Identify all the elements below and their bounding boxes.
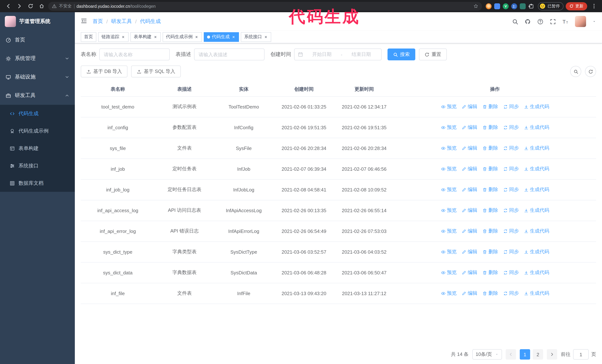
close-icon[interactable]: × (194, 34, 199, 40)
search-icon[interactable] (512, 18, 518, 25)
close-icon[interactable]: × (264, 34, 268, 40)
tab-tracing[interactable]: 链路追踪× (98, 32, 129, 42)
extensions-puzzle-icon[interactable] (528, 3, 534, 9)
row-action-sync[interactable]: 同步 (503, 166, 519, 172)
address-bar[interactable]: 不安全 dashboard.yudao.iocoder.cn/tool/code… (48, 2, 482, 10)
sidebar-item-api[interactable]: 系统接口 (0, 157, 75, 174)
sidebar-item-codegen-example[interactable]: 代码生成示例 (0, 122, 75, 140)
tab-form-builder[interactable]: 表单构建× (130, 32, 161, 42)
tab-api[interactable]: 系统接口× (241, 32, 271, 42)
breadcrumb-item[interactable]: 研发工具 (111, 18, 132, 25)
create-time-range-picker[interactable]: 开始日期 - 结束日期 (294, 49, 382, 60)
breadcrumb-item[interactable]: 首页 (93, 18, 103, 25)
help-icon[interactable] (537, 18, 543, 25)
row-action-generate[interactable]: 生成代码 (524, 228, 549, 234)
breadcrumb-item[interactable]: 代码生成 (140, 18, 161, 25)
row-action-preview[interactable]: 预览 (441, 269, 457, 276)
extension-icon-2[interactable] (494, 3, 500, 9)
github-icon[interactable] (525, 18, 531, 25)
refresh-table-button[interactable] (585, 66, 596, 77)
row-action-preview[interactable]: 预览 (441, 124, 457, 131)
row-action-generate[interactable]: 生成代码 (524, 103, 549, 110)
row-action-delete[interactable]: 删除 (482, 269, 498, 276)
logo[interactable]: 芋道管理系统 (0, 12, 75, 31)
close-icon[interactable]: × (232, 34, 236, 40)
row-action-preview[interactable]: 预览 (441, 186, 457, 193)
row-action-edit[interactable]: 编辑 (462, 186, 477, 193)
row-action-delete[interactable]: 删除 (482, 207, 498, 214)
sidebar-toggle-icon[interactable] (81, 18, 87, 25)
extension-icon-4[interactable] (511, 3, 517, 9)
prev-page-button[interactable] (506, 349, 516, 360)
row-action-sync[interactable]: 同步 (503, 228, 519, 234)
row-action-generate[interactable]: 生成代码 (524, 145, 549, 151)
extension-icon-3[interactable]: V (503, 3, 509, 9)
home-button[interactable] (37, 2, 46, 10)
row-action-edit[interactable]: 编辑 (462, 228, 477, 234)
import-sql-button[interactable]: 基于 SQL 导入 (131, 65, 181, 77)
row-action-delete[interactable]: 删除 (482, 166, 498, 172)
table-desc-input[interactable] (194, 49, 265, 60)
row-action-preview[interactable]: 预览 (441, 249, 457, 255)
goto-page-input[interactable] (573, 349, 589, 360)
row-action-sync[interactable]: 同步 (503, 145, 519, 151)
close-icon[interactable]: × (153, 34, 157, 40)
row-action-edit[interactable]: 编辑 (462, 290, 477, 297)
table-name-input[interactable] (99, 49, 170, 60)
bookmark-star-icon[interactable] (473, 4, 478, 9)
sidebar-item-system[interactable]: 系统管理 (0, 49, 75, 68)
sidebar-item-db-doc[interactable]: 数据库文档 (0, 174, 75, 192)
caret-down-icon[interactable] (592, 20, 596, 23)
sidebar-item-form-builder[interactable]: 表单构建 (0, 140, 75, 157)
tab-codegen-example[interactable]: 代码生成示例× (163, 32, 202, 42)
row-action-edit[interactable]: 编辑 (462, 103, 477, 110)
search-button[interactable]: 搜索 (387, 49, 415, 60)
close-icon[interactable]: × (121, 34, 125, 40)
row-action-edit[interactable]: 编辑 (462, 166, 477, 172)
page-size-select[interactable]: 10条/页 (472, 349, 502, 360)
fullscreen-icon[interactable] (550, 18, 556, 25)
row-action-delete[interactable]: 删除 (482, 186, 498, 193)
paused-profile-chip[interactable]: 已暂停 (538, 2, 563, 10)
font-size-icon[interactable]: TT (562, 18, 569, 25)
sidebar-item-codegen[interactable]: 代码生成 (0, 105, 75, 122)
row-action-edit[interactable]: 编辑 (462, 269, 477, 276)
import-db-button[interactable]: 基于 DB 导入 (81, 65, 128, 77)
row-action-edit[interactable]: 编辑 (462, 249, 477, 255)
row-action-edit[interactable]: 编辑 (462, 207, 477, 214)
user-avatar[interactable] (575, 16, 586, 27)
back-button[interactable] (4, 2, 13, 10)
row-action-sync[interactable]: 同步 (503, 186, 519, 193)
row-action-sync[interactable]: 同步 (503, 249, 519, 255)
row-action-sync[interactable]: 同步 (503, 103, 519, 110)
next-page-button[interactable] (547, 349, 557, 360)
row-action-generate[interactable]: 生成代码 (524, 166, 549, 172)
reset-button[interactable]: 重置 (419, 49, 447, 60)
tab-home[interactable]: 首页 (81, 32, 96, 42)
row-action-generate[interactable]: 生成代码 (524, 249, 549, 255)
row-action-sync[interactable]: 同步 (503, 290, 519, 297)
row-action-preview[interactable]: 预览 (441, 166, 457, 172)
sidebar-item-home[interactable]: 首页 (0, 31, 75, 49)
sidebar-item-devtools[interactable]: 研发工具 (0, 86, 75, 105)
row-action-generate[interactable]: 生成代码 (524, 124, 549, 131)
row-action-preview[interactable]: 预览 (441, 207, 457, 214)
row-action-edit[interactable]: 编辑 (462, 124, 477, 131)
browser-menu-icon[interactable] (589, 2, 598, 10)
row-action-generate[interactable]: 生成代码 (524, 186, 549, 193)
page-button-1[interactable]: 1 (520, 349, 530, 360)
row-action-sync[interactable]: 同步 (503, 124, 519, 131)
row-action-delete[interactable]: 删除 (482, 124, 498, 131)
page-button-2[interactable]: 2 (533, 349, 543, 360)
row-action-generate[interactable]: 生成代码 (524, 207, 549, 214)
row-action-preview[interactable]: 预览 (441, 228, 457, 234)
row-action-generate[interactable]: 生成代码 (524, 269, 549, 276)
row-action-preview[interactable]: 预览 (441, 103, 457, 110)
row-action-delete[interactable]: 删除 (482, 249, 498, 255)
row-action-delete[interactable]: 删除 (482, 145, 498, 151)
row-action-preview[interactable]: 预览 (441, 290, 457, 297)
row-action-generate[interactable]: 生成代码 (524, 290, 549, 297)
extension-icon-5[interactable] (520, 3, 526, 9)
toggle-search-button[interactable] (570, 66, 581, 77)
sidebar-item-infra[interactable]: 基础设施 (0, 68, 75, 86)
